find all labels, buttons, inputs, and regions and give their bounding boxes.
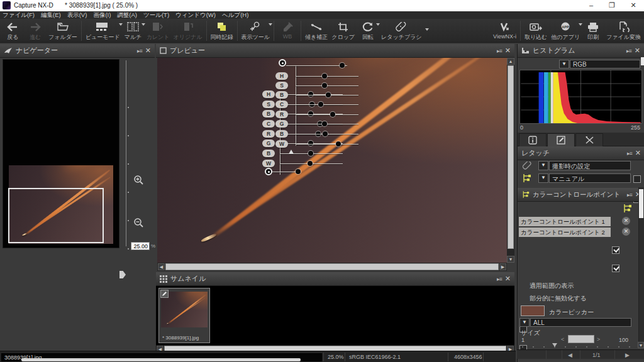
folder-button[interactable]: フォルダー <box>47 19 79 42</box>
status-dimensions: 4608x3456 <box>454 354 482 360</box>
size-tick <box>629 346 630 348</box>
channel-all-dropdown[interactable]: ALL <box>530 318 631 327</box>
forward-button[interactable]: 進む <box>24 19 47 42</box>
pager-prev-icon[interactable]: ◀ <box>568 352 572 358</box>
pager-next-icon[interactable]: ▶ <box>625 352 630 358</box>
size-slider-handle[interactable] <box>568 335 594 343</box>
display-tools-button[interactable]: 表示ツール <box>240 19 272 42</box>
chevron-down-icon[interactable] <box>425 28 429 31</box>
file-convert-button[interactable]: ファイル変換 <box>604 19 643 42</box>
ccp-list-item[interactable]: カラーコントロールポイント 1 <box>519 217 611 226</box>
ccp-item2-checkbox[interactable] <box>612 265 619 272</box>
ccp-list-item[interactable]: カラーコントロールポイント 2 <box>519 228 611 237</box>
tab-tools[interactable] <box>575 133 603 146</box>
panel-menu-icon[interactable]: ▸≡ <box>627 192 632 198</box>
menu-file[interactable]: ファイル(F) <box>3 11 35 19</box>
back-button[interactable]: 戻る <box>1 19 24 42</box>
menu-image[interactable]: 画像(I) <box>93 11 111 19</box>
retouch-row1-checkbox[interactable] <box>633 175 641 183</box>
menu-help[interactable]: ヘルプ(H) <box>222 11 248 19</box>
other-apps-button[interactable]: APP 他のアプリ <box>549 19 582 42</box>
import-camera-icon <box>530 21 542 33</box>
tab-info[interactable] <box>519 133 547 146</box>
ccp-item2-delete-icon[interactable]: ✕ <box>622 228 630 236</box>
thumbnail-filename: * 3088939[1].jpg <box>162 335 199 341</box>
panel-close-icon[interactable]: ✕ <box>505 275 511 283</box>
import-button[interactable]: 取り込む <box>523 19 549 42</box>
scroll-up-icon[interactable]: ▲ <box>507 58 514 65</box>
preview-hscroll-thumb[interactable] <box>165 263 499 270</box>
panel-menu-icon[interactable]: ▸≡ <box>137 48 142 54</box>
preview-image[interactable] <box>157 58 507 263</box>
panel-menu-icon[interactable]: ▸≡ <box>626 48 631 54</box>
minimize-button[interactable]: – <box>582 0 601 11</box>
zoom-slider-track[interactable] <box>126 60 126 246</box>
original-button[interactable]: オリジナル <box>172 19 204 42</box>
menu-adjust[interactable]: 調整(A) <box>117 11 137 19</box>
panel-scroll-sliver[interactable] <box>641 57 644 65</box>
simul-record-button[interactable]: 同時記録 <box>209 19 235 42</box>
channel-dropdown-arrow-icon[interactable]: ▼ <box>559 60 569 69</box>
zoom-out-icon[interactable] <box>133 217 144 228</box>
size-slider-right-arrow[interactable]: > <box>597 336 600 343</box>
menu-view[interactable]: 表示(V) <box>67 11 87 19</box>
scroll-down-icon[interactable]: ▼ <box>507 256 514 263</box>
right-panel-scroll-thumb[interactable] <box>639 189 643 218</box>
menu-bar: ファイル(F) 編集(E) 表示(V) 画像(I) 調整(A) ツール(T) ウ… <box>0 11 644 19</box>
scroll-right-icon[interactable]: ▶ <box>499 263 506 270</box>
maximize-button[interactable]: ❐ <box>602 0 621 11</box>
view-mode-button[interactable]: ビューモード <box>84 19 122 42</box>
panel-close-icon[interactable]: ✕ <box>145 47 151 55</box>
menu-edit[interactable]: 編集(E) <box>41 11 61 19</box>
preview-vscroll-thumb[interactable] <box>508 65 514 249</box>
bottom-hscroll-thumb[interactable] <box>21 358 301 361</box>
panel-close-icon[interactable]: ✕ <box>635 47 640 55</box>
size-tick <box>575 346 577 348</box>
navigator-view-rectangle[interactable] <box>8 188 104 243</box>
print-button[interactable]: 印刷 <box>582 19 604 42</box>
thumbnail-item-selected[interactable]: * 3088939[1].jpg <box>158 288 210 343</box>
menu-tools[interactable]: ツール(T) <box>143 11 169 19</box>
rotate-button[interactable]: 回転 <box>357 19 379 42</box>
scroll-down-icon[interactable]: ▼ <box>638 342 644 348</box>
current-button[interactable]: カレント <box>145 19 172 42</box>
panel-menu-icon[interactable]: ▸≡ <box>497 48 502 54</box>
zoom-in-icon[interactable] <box>133 175 144 185</box>
add-control-point-button[interactable] <box>622 204 632 213</box>
wb-button[interactable]: WB <box>276 19 299 42</box>
tab-edit[interactable] <box>547 133 575 146</box>
channel-dropdown[interactable]: RGB <box>570 60 640 69</box>
close-button[interactable]: ✕ <box>624 0 643 11</box>
panel-menu-icon[interactable]: ▸≡ <box>497 276 502 282</box>
panel-close-icon[interactable]: ✕ <box>635 149 641 157</box>
scroll-left-icon[interactable]: ◀ <box>158 263 165 270</box>
ccp-item1-checkbox[interactable] <box>612 246 619 254</box>
retouch-row2-dropdown[interactable]: マニュアル <box>549 173 631 183</box>
status-separator <box>483 353 484 361</box>
retouch-brush-button[interactable]: レタッチブラシ <box>379 19 423 42</box>
navigator-canvas <box>3 59 119 248</box>
toolbar-separator <box>206 21 207 41</box>
show-range-label: 適用範囲の表示 <box>530 282 574 290</box>
menu-window[interactable]: ウィンドウ(W) <box>175 11 216 19</box>
status-separator <box>345 353 345 361</box>
panel-close-icon[interactable]: ✕ <box>505 47 511 55</box>
title-bar: Capture NX-D * 3088939[1].jpg ( 25.0% ) … <box>0 0 644 11</box>
panel-menu-icon[interactable]: ▸≡ <box>627 150 632 156</box>
ccp-item1-delete-icon[interactable]: ✕ <box>622 217 630 225</box>
zoom-slider-handle[interactable] <box>119 271 126 278</box>
channel-all-dropdown-arrow-icon[interactable]: ▼ <box>519 318 530 327</box>
multi-button[interactable]: マルチ <box>122 19 145 42</box>
size-tick <box>608 346 609 348</box>
retouch-row1-dropdown-arrow-icon[interactable]: ▼ <box>538 161 548 170</box>
size-slider-left-arrow[interactable]: < <box>561 336 564 343</box>
retouch-row1-dropdown[interactable]: 撮影時の設定 <box>549 161 631 170</box>
straighten-button[interactable]: 傾き補正 <box>303 19 330 42</box>
retouch-row2-dropdown-arrow-icon[interactable]: ▼ <box>538 173 548 183</box>
crop-button[interactable]: クロップ <box>330 19 357 42</box>
chevron-down-icon[interactable] <box>269 23 272 26</box>
viewnx-button[interactable]: ViewNX-i <box>491 19 518 42</box>
other-apps-icon: APP <box>559 21 572 33</box>
zoom-percent-input[interactable] <box>131 242 150 250</box>
color-swatch[interactable] <box>521 305 545 316</box>
